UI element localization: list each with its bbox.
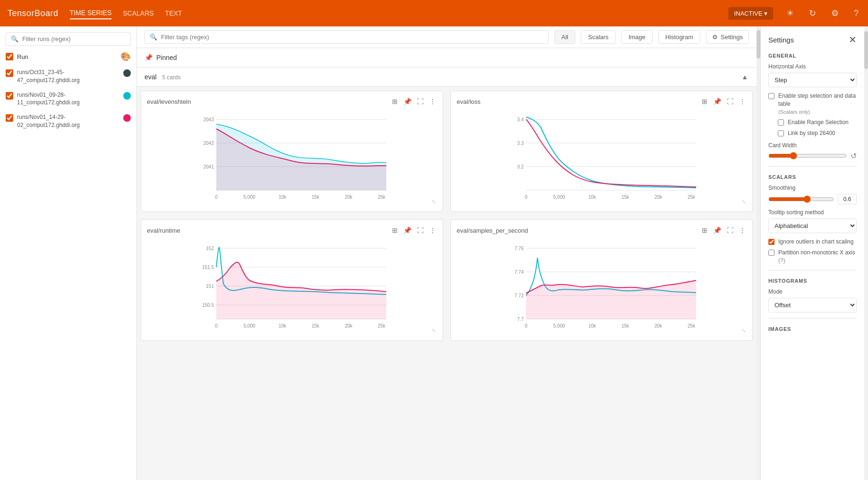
settings-toggle-button[interactable]: ⚙ Settings bbox=[706, 30, 749, 44]
help-icon[interactable]: ? bbox=[852, 7, 860, 20]
run-color-1 bbox=[123, 92, 131, 100]
svg-text:15k: 15k bbox=[621, 194, 630, 200]
run-checkbox-0[interactable] bbox=[6, 69, 13, 77]
settings-panel-header: Settings ✕ bbox=[768, 34, 857, 45]
run-header-label: Run bbox=[17, 53, 117, 60]
nav-text[interactable]: TEXT bbox=[165, 8, 182, 19]
run-header: Run 🎨 bbox=[6, 51, 131, 62]
chart-resize-icon[interactable]: ⤡ bbox=[741, 199, 746, 205]
brand-logo: TensorBoard bbox=[8, 8, 59, 18]
settings-histograms-title: HISTOGRAMS bbox=[768, 278, 857, 284]
chart-expand-button[interactable]: ⛶ bbox=[416, 226, 425, 235]
ignore-outliers-row: Ignore outliers in chart scaling Partiti… bbox=[768, 238, 857, 264]
svg-text:10k: 10k bbox=[588, 323, 596, 328]
chart-resize-icon[interactable]: ⤡ bbox=[741, 328, 746, 334]
chart-resize-icon[interactable]: ⤡ bbox=[432, 199, 436, 205]
chart-body: 2043 2042 2041 0 5,000 10k 15k 20k 25k bbox=[147, 110, 437, 206]
step-selection-checkbox[interactable] bbox=[768, 93, 774, 99]
svg-text:20k: 20k bbox=[655, 194, 663, 200]
smoothing-slider[interactable] bbox=[768, 195, 834, 203]
center-scrollbar-thumb[interactable] bbox=[757, 30, 760, 59]
tooltip-sort-label: Tooltip sorting method bbox=[768, 209, 857, 216]
chart-more-button[interactable]: ⋮ bbox=[428, 97, 437, 106]
chart-expand-button[interactable]: ⛶ bbox=[726, 97, 734, 106]
settings-close-button[interactable]: ✕ bbox=[849, 34, 857, 45]
filter-scalars-button[interactable]: Scalars bbox=[581, 30, 615, 44]
run-color-2 bbox=[123, 114, 131, 122]
svg-text:151: 151 bbox=[206, 284, 214, 289]
chart-more-button[interactable]: ⋮ bbox=[738, 226, 747, 235]
list-item: runs/Nov01_14-29-02_comput172.ghddi.org bbox=[6, 112, 131, 130]
content-search-icon: 🔍 bbox=[150, 34, 157, 41]
settings-images-title: IMAGES bbox=[768, 326, 857, 332]
nav-scalars[interactable]: SCALARS bbox=[123, 8, 153, 19]
range-selection-label: Enable Range Selection bbox=[788, 118, 849, 126]
range-selection-checkbox[interactable] bbox=[778, 119, 784, 126]
content-search-input[interactable] bbox=[161, 34, 544, 41]
refresh-icon[interactable]: ↻ bbox=[807, 6, 818, 20]
pinned-section: 📌 Pinned bbox=[137, 48, 757, 67]
partition-checkbox[interactable] bbox=[768, 250, 774, 256]
ignore-outliers-checkbox[interactable] bbox=[768, 239, 774, 245]
settings-icon[interactable]: ⚙ bbox=[829, 6, 841, 20]
run-all-checkbox[interactable] bbox=[6, 53, 13, 60]
chart-expand-button[interactable]: ⛶ bbox=[416, 97, 425, 106]
card-width-slider[interactable] bbox=[768, 152, 847, 160]
chart-pin-button[interactable]: 📌 bbox=[712, 97, 722, 106]
pinned-label: Pinned bbox=[156, 54, 177, 61]
step-selection-checkbox-row: Enable step selection and data table (Sc… bbox=[768, 92, 857, 116]
chart-more-button[interactable]: ⋮ bbox=[738, 97, 747, 106]
chart-fit-button[interactable]: ⊞ bbox=[701, 226, 708, 235]
chart-card-header: eval/samples_per_second ⊞ 📌 ⛶ ⋮ bbox=[457, 226, 747, 235]
settings-scrollbar-thumb[interactable] bbox=[864, 31, 868, 69]
chart-body: 3.4 3.3 3.2 0 5,000 10k 15k 20k 25k bbox=[457, 110, 747, 206]
eval-collapse-button[interactable]: ▲ bbox=[740, 72, 749, 82]
svg-text:7.7: 7.7 bbox=[517, 317, 524, 322]
chart-expand-button[interactable]: ⛶ bbox=[726, 226, 734, 235]
link-step-label: Link by step 26400 bbox=[788, 129, 835, 137]
chart-body: 7.76 7.74 7.72 7.7 0 5,000 10k 15k 20k 2… bbox=[457, 239, 747, 335]
light-mode-icon[interactable]: ☀ bbox=[784, 6, 796, 20]
svg-text:25k: 25k bbox=[378, 323, 386, 328]
svg-text:15k: 15k bbox=[312, 194, 320, 200]
chart-fit-button[interactable]: ⊞ bbox=[391, 226, 399, 235]
nav-time-series[interactable]: TIME SERIES bbox=[70, 7, 112, 19]
palette-icon[interactable]: 🎨 bbox=[120, 51, 131, 62]
card-width-reset-button[interactable]: ↺ bbox=[851, 152, 857, 160]
chart-body: 152 151.5 151 150.5 0 5,000 10k 15k 20k … bbox=[147, 239, 437, 335]
pin-icon: 📌 bbox=[145, 54, 153, 61]
chart-pin-button[interactable]: 📌 bbox=[402, 226, 412, 235]
chart-resize-icon[interactable]: ⤡ bbox=[432, 328, 436, 334]
run-color-0 bbox=[123, 69, 131, 77]
filter-image-button[interactable]: Image bbox=[621, 30, 653, 44]
inactive-status-button[interactable]: INACTIVE ▾ bbox=[728, 7, 773, 20]
link-step-checkbox[interactable] bbox=[778, 130, 784, 136]
chart-title: eval/loss bbox=[457, 98, 481, 105]
partition-help-icon[interactable]: (?) bbox=[778, 257, 785, 264]
chart-more-button[interactable]: ⋮ bbox=[428, 226, 437, 235]
chart-fit-button[interactable]: ⊞ bbox=[391, 97, 399, 106]
smoothing-label: Smoothing bbox=[768, 185, 857, 191]
sidebar-search-input[interactable] bbox=[22, 35, 126, 42]
histogram-mode-select[interactable]: Offset Overlay bbox=[768, 298, 857, 312]
run-checkbox-2[interactable] bbox=[6, 114, 13, 122]
svg-text:3.4: 3.4 bbox=[517, 117, 524, 122]
chart-title: eval/runtime bbox=[147, 227, 180, 234]
partition-checkbox-row: Partition non-monotonic X axis (?) bbox=[768, 249, 857, 265]
svg-text:151.5: 151.5 bbox=[202, 265, 214, 270]
filter-all-button[interactable]: All bbox=[554, 30, 575, 44]
run-name-0: runs/Oct31_23-45-47_comput172.ghddi.org bbox=[17, 68, 119, 84]
chart-pin-button[interactable]: 📌 bbox=[402, 97, 412, 106]
tooltip-sort-select[interactable]: Alphabetical Ascending Descending Defaul… bbox=[768, 219, 857, 233]
chart-fit-button[interactable]: ⊞ bbox=[701, 97, 708, 106]
content-header: 🔍 All Scalars Image Histogram ⚙ Settings bbox=[137, 26, 757, 48]
settings-scrollbar bbox=[864, 26, 868, 480]
run-name-1: runs/Nov01_09-28-11_comput172.ghddi.org bbox=[17, 91, 119, 107]
svg-text:10k: 10k bbox=[279, 194, 287, 200]
svg-text:10k: 10k bbox=[588, 194, 596, 200]
run-checkbox-1[interactable] bbox=[6, 92, 13, 100]
filter-histogram-button[interactable]: Histogram bbox=[658, 30, 700, 44]
histogram-mode-label: Mode bbox=[768, 288, 857, 295]
chart-pin-button[interactable]: 📌 bbox=[712, 226, 722, 235]
horizontal-axis-select[interactable]: Step Relative Wall bbox=[768, 73, 857, 87]
